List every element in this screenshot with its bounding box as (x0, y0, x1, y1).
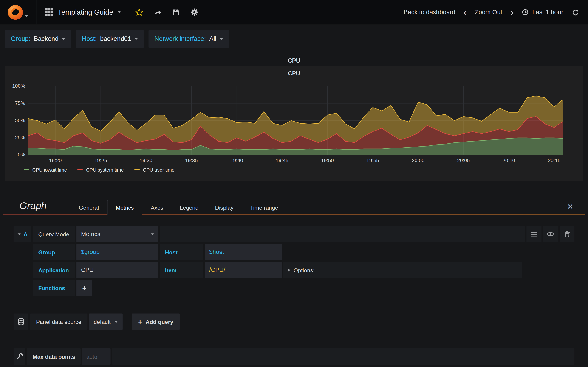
chevron-left-icon[interactable]: ‹ (464, 8, 467, 17)
refresh-icon[interactable] (571, 8, 579, 16)
save-button[interactable] (167, 0, 185, 24)
x-axis-labels: 19:2019:2519:3019:3519:4019:4519:5019:55… (28, 155, 563, 165)
host-value: $host (209, 249, 224, 255)
datasource-value: default (94, 319, 111, 325)
group-label-text: Group (38, 249, 55, 255)
y-tick-label: 75% (15, 100, 25, 106)
hamburger-icon (531, 232, 537, 236)
legend-item[interactable]: CPU user time (134, 167, 174, 173)
grafana-logo-menu[interactable] (0, 0, 36, 24)
tab-metrics[interactable]: Metrics (107, 200, 142, 215)
item-label-text: Item (165, 267, 176, 273)
close-icon[interactable]: × (568, 202, 573, 215)
y-tick-label: 0% (18, 152, 25, 158)
max-data-points-label: Max data points (27, 348, 81, 365)
back-to-dashboard-button[interactable]: Back to dashboard (404, 9, 456, 16)
tab-axes[interactable]: Axes (142, 200, 171, 215)
application-value-field[interactable]: CPU (77, 262, 158, 278)
datasource-select[interactable]: default (89, 314, 123, 330)
chevron-down-icon (118, 11, 121, 13)
application-label-text: Application (38, 267, 69, 273)
zoom-out-button[interactable]: Zoom Out (475, 9, 502, 16)
x-tick-label: 19:50 (321, 158, 334, 163)
x-tick-label: 19:55 (366, 158, 379, 163)
chart-legend: CPU iowait timeCPU system timeCPU user t… (24, 167, 583, 173)
group-value-field[interactable]: $group (77, 244, 158, 260)
query-row-group-host: Group $group Host $host (14, 244, 574, 260)
row-indent (14, 244, 32, 260)
var-value: All (209, 35, 216, 43)
caret-right-icon (288, 269, 290, 272)
legend-item[interactable]: CPU iowait time (24, 167, 67, 173)
max-data-points-label-text: Max data points (33, 353, 75, 360)
query-row-application-item: Application CPU Item /CPU/ Options: (14, 262, 574, 278)
clock-icon (522, 9, 529, 16)
tab-display[interactable]: Display (207, 200, 242, 215)
chevron-right-icon[interactable]: › (510, 8, 514, 17)
query-delete-button[interactable] (560, 226, 574, 242)
y-tick-label: 25% (15, 135, 25, 140)
template-var-netif[interactable]: Network interface: All (149, 30, 229, 48)
query-toggle-visibility-button[interactable] (543, 226, 558, 242)
query-editor: A Query Mode Metrics (14, 226, 574, 296)
group-label: Group (33, 244, 75, 260)
time-range-picker[interactable]: Last 1 hour (522, 9, 563, 16)
item-value-field[interactable]: /CPU/ (205, 262, 282, 278)
var-label: Group: (11, 35, 30, 43)
y-tick-label: 100% (12, 83, 25, 89)
grid-icon (45, 8, 53, 16)
host-value-field[interactable]: $host (205, 244, 282, 260)
max-data-points-input[interactable] (82, 348, 111, 365)
legend-item[interactable]: CPU system time (78, 167, 124, 173)
tab-general[interactable]: General (70, 200, 107, 215)
caret-down-icon (17, 233, 20, 235)
plus-icon: + (138, 318, 142, 325)
chart-svg (28, 83, 563, 155)
tab-legend[interactable]: Legend (172, 200, 207, 215)
eye-icon (546, 232, 555, 237)
var-label: Host: (82, 35, 97, 43)
query-collapse-toggle[interactable]: A (14, 226, 32, 242)
var-value: Backend (34, 35, 59, 43)
panel-title[interactable]: CPU (5, 55, 583, 66)
x-tick-label: 20:05 (457, 158, 470, 163)
dashboard-picker[interactable]: Templating Guide (36, 0, 130, 24)
template-var-group[interactable]: Group: Backend (5, 30, 71, 48)
query-row-a: A Query Mode Metrics (14, 226, 574, 242)
x-tick-label: 19:40 (230, 158, 243, 163)
query-menu-button[interactable] (527, 226, 541, 242)
var-label: Network interface: (155, 35, 206, 43)
query-ref-letter: A (23, 231, 27, 237)
settings-button[interactable] (185, 0, 204, 24)
datasource-label-text: Panel data source (36, 319, 81, 325)
options-toggle[interactable]: Options: (283, 262, 522, 278)
spacer (124, 314, 130, 330)
cpu-stacked-area-chart[interactable]: 0%25%50%75%100% 19:2019:2519:3019:3519:4… (28, 83, 563, 155)
template-var-host[interactable]: Host: backend01 (76, 30, 144, 48)
tab-time-range[interactable]: Time range (242, 200, 286, 215)
editor-tabs: General Metrics Axes Legend Display Time… (70, 200, 286, 215)
query-mode-value: Metrics (81, 231, 100, 237)
row-filler (160, 226, 525, 242)
template-variables-row: Group: Backend Host: backend01 Network i… (0, 24, 588, 53)
star-button[interactable] (130, 0, 148, 24)
query-mode-select[interactable]: Metrics (77, 226, 158, 242)
item-label: Item (160, 262, 203, 278)
x-tick-label: 20:00 (412, 158, 424, 163)
grafana-app: Templating Guide (0, 0, 588, 367)
chevron-down-icon (151, 233, 154, 235)
trash-icon (564, 231, 570, 237)
chevron-down-icon (220, 38, 223, 40)
legend-series-name: CPU user time (143, 167, 174, 173)
legend-swatch (24, 169, 29, 170)
x-tick-label: 20:15 (548, 158, 561, 163)
y-axis-labels: 0%25%50%75%100% (6, 83, 25, 155)
x-tick-label: 19:20 (49, 158, 61, 163)
add-function-button[interactable]: + (77, 280, 92, 296)
datasource-row: Panel data source default + Add query (0, 314, 588, 330)
application-label: Application (33, 262, 75, 278)
add-query-button[interactable]: + Add query (132, 314, 180, 330)
row-filler (112, 348, 574, 365)
x-tick-label: 19:45 (276, 158, 288, 163)
share-button[interactable] (148, 0, 167, 24)
